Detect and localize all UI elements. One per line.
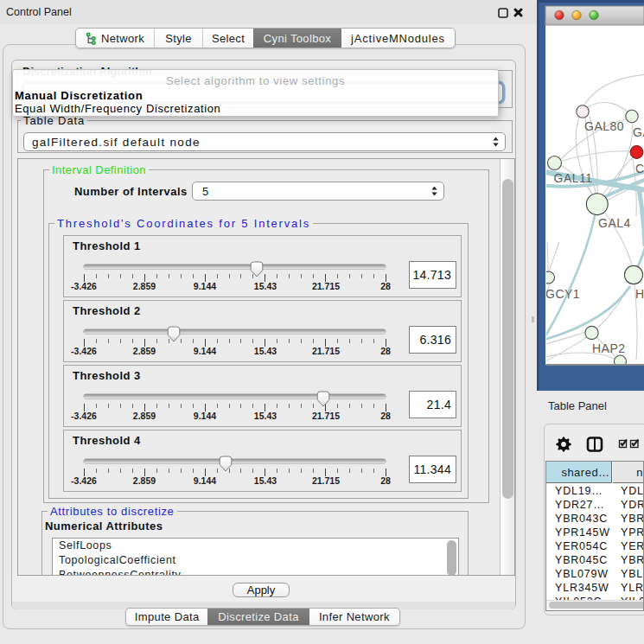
svg-text:GCY1: GCY1	[545, 287, 580, 301]
svg-text:GA: GA	[633, 125, 644, 139]
svg-text:HAP2: HAP2	[592, 341, 626, 355]
svg-text:GAL11: GAL11	[554, 171, 593, 185]
svg-text:H: H	[635, 287, 644, 301]
svg-text:GAL80: GAL80	[584, 119, 624, 133]
svg-text:GAL4: GAL4	[598, 216, 631, 230]
svg-text:C: C	[635, 162, 644, 175]
